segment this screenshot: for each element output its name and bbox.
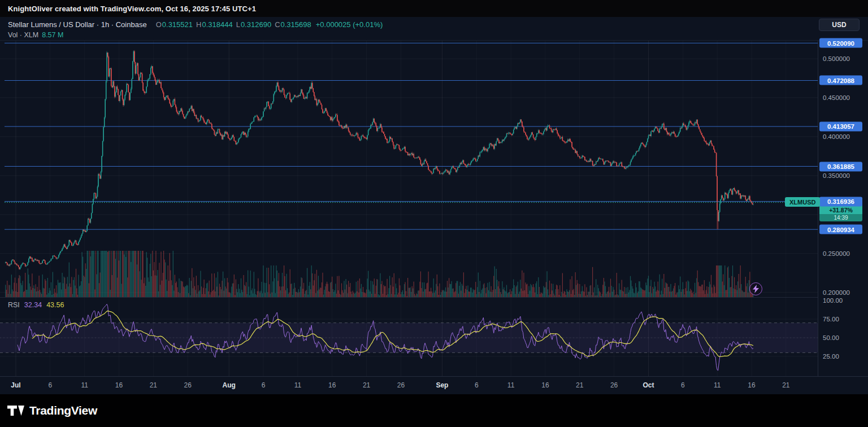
time-axis-day-label: 11	[714, 381, 721, 389]
time-axis-day-label: 21	[363, 381, 370, 389]
time-axis-day-label: 21	[576, 381, 583, 389]
high-label: H	[196, 20, 201, 29]
rsi-value: 32.34	[24, 301, 42, 309]
price-axis-label: 0.250000	[823, 250, 850, 257]
rsi-label[interactable]: RSI	[8, 301, 20, 309]
price-axis-label: 0.500000	[823, 55, 850, 62]
volume-value: 8.57 M	[42, 31, 63, 39]
rsi-legend: RSI32.3443.56	[8, 301, 64, 309]
time-axis-day-label: 16	[541, 381, 549, 389]
lightning-bolt-icon	[753, 285, 759, 293]
low-label: L	[236, 20, 240, 29]
rsi-axis-label: 75.00	[823, 316, 839, 323]
price-axis-label: 0.450000	[823, 94, 850, 101]
currency-toggle-button[interactable]: USD	[819, 19, 860, 31]
volume-legend: Vol · XLM8.57 M	[8, 31, 63, 39]
chart-legend: Stellar Lumens / US Dollar · 1h · Coinba…	[8, 20, 383, 29]
price-axis[interactable]: 0.315698 +31.87% 14:39 0.5000000.4500000…	[818, 41, 868, 376]
symbol-title[interactable]: Stellar Lumens / US Dollar · 1h · Coinba…	[8, 20, 147, 29]
time-axis-day-label: 6	[48, 381, 52, 389]
open-label: O	[156, 20, 162, 29]
time-axis-day-label: 26	[184, 381, 192, 389]
status-bar: KnightOliver created with TradingView.co…	[0, 0, 868, 17]
price-axis-label: 0.350000	[823, 172, 850, 179]
time-axis[interactable]: Jul611162126Aug611162126Sep611162126Oct6…	[0, 376, 868, 394]
rsi-ma-value: 43.56	[46, 301, 64, 309]
low-value: 0.312690	[241, 20, 271, 29]
rsi-axis-label: 50.00	[823, 334, 839, 341]
time-axis-day-label: 11	[507, 381, 514, 389]
rsi-axis-label: 100.00	[823, 297, 843, 304]
candle-wicks-down	[6, 50, 752, 270]
time-axis-day-label: 21	[782, 381, 789, 389]
close-value: 0.315698	[281, 20, 311, 29]
volume-label[interactable]: Vol · XLM	[8, 31, 38, 39]
time-axis-day-label: 11	[81, 381, 88, 389]
time-axis-day-label: 26	[610, 381, 618, 389]
current-change-badge: +31.87%	[819, 206, 862, 214]
price-level-badge[interactable]: 0.316936	[819, 197, 862, 206]
time-axis-day-label: 6	[681, 381, 685, 389]
price-axis-label: 0.400000	[823, 133, 850, 140]
time-axis-day-label: 21	[150, 381, 157, 389]
high-value: 0.318444	[202, 20, 232, 29]
time-axis-day-label: 11	[294, 381, 301, 389]
price-level-badge[interactable]: 0.361885	[819, 162, 862, 171]
price-level-badge[interactable]: 0.520090	[819, 38, 862, 48]
price-level-badge[interactable]: 0.280934	[819, 225, 862, 234]
rsi-axis-label: 25.00	[823, 353, 839, 360]
tradingview-wordmark[interactable]: TradingView	[29, 404, 97, 417]
candle-wicks-up	[6, 50, 753, 269]
symbol-price-tag[interactable]: XLMUSD	[785, 197, 820, 207]
price-level-badge[interactable]: 0.472088	[819, 76, 862, 85]
close-label: C	[275, 20, 280, 29]
volume-bars-up	[6, 251, 753, 297]
time-axis-day-label: 16	[748, 381, 755, 389]
candle-bodies-up	[6, 51, 753, 269]
time-axis-month-label: Aug	[223, 381, 236, 389]
watermark-attribution: KnightOliver created with TradingView.co…	[8, 5, 256, 13]
time-axis-month-label: Sep	[436, 381, 448, 389]
open-value: 0.315521	[162, 20, 193, 29]
time-axis-month-label: Oct	[643, 381, 654, 389]
time-axis-day-label: 6	[475, 381, 479, 389]
main-chart[interactable]	[0, 41, 818, 376]
change-value: +0.000025 (+0.01%)	[316, 20, 383, 29]
time-axis-day-label: 16	[115, 381, 123, 389]
time-axis-month-label: Jul	[11, 381, 20, 389]
time-axis-day-label: 6	[262, 381, 266, 389]
time-axis-day-label: 26	[397, 381, 405, 389]
header-divider	[0, 40, 868, 41]
price-axis-label: 0.200000	[823, 289, 850, 296]
footer-bar: TradingView	[0, 394, 868, 427]
candle-bodies-down	[6, 51, 752, 269]
flash-action-button[interactable]	[749, 282, 762, 295]
price-level-badge[interactable]: 0.413057	[819, 121, 862, 131]
time-axis-day-label: 16	[328, 381, 336, 389]
tradingview-logo-icon[interactable]	[7, 406, 24, 416]
bar-countdown-badge: 14:39	[819, 214, 862, 221]
